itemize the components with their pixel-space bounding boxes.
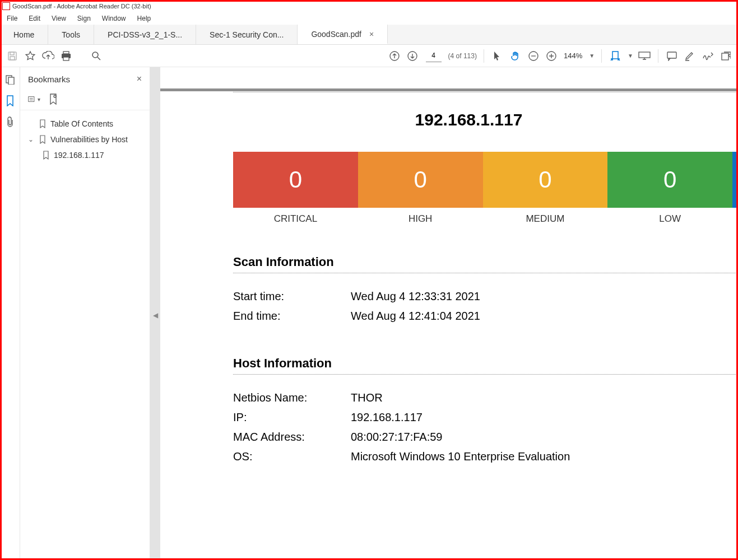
pointer-icon[interactable] xyxy=(491,49,504,63)
menu-bar: File Edit View Sign Window Help xyxy=(0,12,738,25)
os-value: Microsoft Windows 10 Enterprise Evaluati… xyxy=(351,450,570,463)
tab-pci[interactable]: PCI-DSS-v3_2_1-S... xyxy=(94,25,196,44)
severity-info-bar xyxy=(732,152,738,208)
host-info-header: Host Information xyxy=(233,356,738,375)
svg-rect-2 xyxy=(10,57,15,60)
comment-icon[interactable] xyxy=(665,49,679,63)
netbios-row: Netbios Name: THOR xyxy=(233,388,738,408)
severity-label-low: LOW xyxy=(607,213,732,225)
bookmark-label: 192.168.1.117 xyxy=(54,151,104,160)
severity-labels: CRITICAL HIGH MEDIUM LOW xyxy=(233,213,738,225)
tab-label: Tools xyxy=(62,30,80,39)
svg-rect-16 xyxy=(8,77,14,85)
page-divider xyxy=(160,88,738,91)
hand-icon[interactable] xyxy=(509,49,522,63)
tab-goodscan[interactable]: GoodScan.pdf × xyxy=(298,25,388,44)
severity-high-count: 0 xyxy=(358,152,483,208)
find-bookmark-icon[interactable] xyxy=(47,94,59,104)
svg-point-18 xyxy=(54,95,56,97)
chevron-down-icon[interactable]: ▼ xyxy=(589,53,595,59)
panel-options-icon[interactable]: ▾ xyxy=(28,94,40,104)
svg-rect-12 xyxy=(639,52,650,58)
bookmark-vulns[interactable]: ⌄ Vulnerabilities by Host xyxy=(24,132,146,147)
page-count-label: (4 of 113) xyxy=(448,52,477,60)
menu-window[interactable]: Window xyxy=(98,13,131,24)
app-icon xyxy=(2,2,10,10)
os-row: OS: Microsoft Windows 10 Enterprise Eval… xyxy=(233,447,738,466)
bookmark-label: Vulnerabilities by Host xyxy=(50,135,128,144)
svg-rect-5 xyxy=(63,57,69,60)
severity-bar: 0 0 0 0 xyxy=(233,152,738,208)
highlight-icon[interactable] xyxy=(683,49,697,63)
scan-start-row: Start time: Wed Aug 4 12:33:31 2021 xyxy=(233,287,738,306)
pdf-page: 192.168.1.117 0 0 0 0 CRITICAL HIGH MEDI… xyxy=(160,67,738,560)
bookmark-label: Table Of Contents xyxy=(50,119,113,128)
sign-icon[interactable] xyxy=(701,49,714,63)
svg-point-6 xyxy=(92,52,98,58)
menu-view[interactable]: View xyxy=(47,13,71,24)
main-toolbar: (4 of 113) 144% ▼ ▼ xyxy=(0,45,738,67)
ip-label: IP: xyxy=(233,411,351,424)
tab-label: PCI-DSS-v3_2_1-S... xyxy=(108,30,182,39)
bookmarks-icon[interactable] xyxy=(4,95,16,106)
cloud-upload-icon[interactable] xyxy=(41,49,55,63)
zoom-out-icon[interactable] xyxy=(527,49,540,63)
scan-end-row: End time: Wed Aug 4 12:41:04 2021 xyxy=(233,306,738,326)
menu-help[interactable]: Help xyxy=(133,13,156,24)
scan-start-label: Start time: xyxy=(233,290,351,303)
svg-rect-17 xyxy=(29,97,34,102)
star-icon[interactable] xyxy=(24,49,37,63)
severity-label-critical: CRITICAL xyxy=(233,213,358,225)
title-bar: GoodScan.pdf - Adobe Acrobat Reader DC (… xyxy=(0,0,738,12)
zoom-level[interactable]: 144% xyxy=(563,52,583,60)
print-icon[interactable] xyxy=(59,49,73,63)
menu-edit[interactable]: Edit xyxy=(24,13,45,24)
save-icon[interactable] xyxy=(6,49,19,63)
page-up-icon[interactable] xyxy=(388,49,401,63)
severity-label-medium: MEDIUM xyxy=(483,213,608,225)
find-icon[interactable] xyxy=(90,49,103,63)
chevron-down-icon[interactable]: ▼ xyxy=(628,53,633,59)
left-rail xyxy=(0,67,20,560)
os-label: OS: xyxy=(233,450,351,463)
scan-info-header: Scan Information xyxy=(233,255,738,273)
read-mode-icon[interactable] xyxy=(638,49,651,63)
scan-start-value: Wed Aug 4 12:33:31 2021 xyxy=(351,290,480,303)
menu-file[interactable]: File xyxy=(2,13,22,24)
svg-rect-1 xyxy=(10,52,14,55)
svg-rect-13 xyxy=(667,52,676,58)
menu-sign[interactable]: Sign xyxy=(73,13,95,24)
tab-label: Home xyxy=(13,30,34,39)
tab-tools[interactable]: Tools xyxy=(48,25,94,44)
svg-rect-11 xyxy=(612,52,618,59)
svg-rect-14 xyxy=(722,53,728,60)
zoom-in-icon[interactable] xyxy=(545,49,558,63)
severity-medium-count: 0 xyxy=(483,152,608,208)
bookmarks-panel: Bookmarks × ▾ Table Of Contents ⌄ Vulner… xyxy=(20,67,150,560)
thumbnails-icon[interactable] xyxy=(4,74,16,85)
close-icon[interactable]: × xyxy=(137,74,142,84)
panel-collapse-handle[interactable]: ◀ xyxy=(152,308,159,323)
ip-value: 192.168.1.117 xyxy=(351,411,423,424)
scan-end-value: Wed Aug 4 12:41:04 2021 xyxy=(351,310,480,323)
page-down-icon[interactable] xyxy=(406,49,419,63)
more-icon[interactable] xyxy=(719,49,732,63)
document-viewport[interactable]: ◀ 192.168.1.117 0 0 0 0 CRITICAL HIGH ME… xyxy=(150,67,738,560)
chevron-down-icon[interactable]: ⌄ xyxy=(28,136,35,143)
bookmark-icon xyxy=(39,135,46,144)
bookmark-icon xyxy=(43,151,49,160)
bookmark-host-ip[interactable]: 192.168.1.117 xyxy=(24,147,146,163)
bookmark-icon xyxy=(39,119,46,128)
attachments-icon[interactable] xyxy=(4,116,16,128)
page-number-input[interactable] xyxy=(426,50,442,62)
severity-critical-count: 0 xyxy=(233,152,358,208)
tab-sec1[interactable]: Sec-1 Security Con... xyxy=(196,25,298,44)
fit-width-icon[interactable] xyxy=(609,49,622,63)
svg-rect-3 xyxy=(63,52,69,54)
bookmarks-title: Bookmarks xyxy=(28,74,70,84)
bookmark-toc[interactable]: Table Of Contents xyxy=(24,116,146,132)
tab-home[interactable]: Home xyxy=(0,25,48,44)
close-icon[interactable]: × xyxy=(369,30,374,39)
scan-end-label: End time: xyxy=(233,310,351,323)
window-title: GoodScan.pdf - Adobe Acrobat Reader DC (… xyxy=(12,3,151,10)
